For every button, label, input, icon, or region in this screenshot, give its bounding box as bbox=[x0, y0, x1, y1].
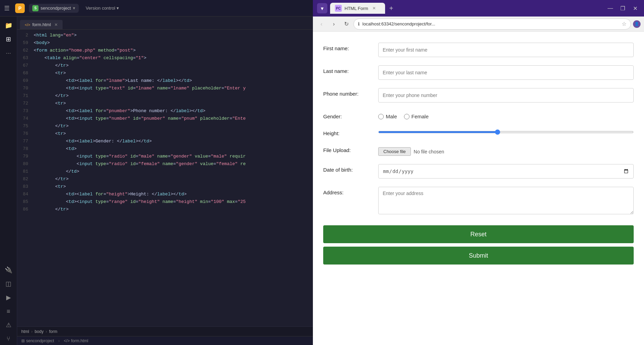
status-project: ⊞ sencondproject bbox=[21, 338, 54, 343]
code-line: 75 </tr> bbox=[17, 123, 313, 131]
url-bookmark-icon[interactable]: ☆ bbox=[622, 21, 626, 27]
address-textarea[interactable] bbox=[378, 187, 634, 214]
last-name-input[interactable] bbox=[378, 65, 634, 80]
code-line: 82 </tr> bbox=[17, 176, 313, 184]
status-filepath: </> form.html bbox=[64, 338, 88, 343]
form-row-height: Height: bbox=[323, 123, 634, 140]
browser-dropdown-btn[interactable]: ▾ bbox=[317, 3, 327, 13]
code-line: 68 <tr> bbox=[17, 70, 313, 78]
browser-tab-close-icon[interactable]: ✕ bbox=[372, 6, 376, 11]
choose-file-btn[interactable]: Choose file bbox=[378, 147, 411, 156]
browser-close-btn[interactable]: ✕ bbox=[630, 3, 640, 13]
sidebar-dots-icon[interactable]: ··· bbox=[2, 47, 15, 59]
form-row-phone: Phone number: bbox=[323, 84, 634, 107]
code-line: 59 <body> bbox=[17, 40, 313, 47]
first-name-input[interactable] bbox=[378, 43, 634, 57]
url-lock-icon: ℹ bbox=[358, 21, 360, 26]
phone-input[interactable] bbox=[378, 88, 634, 103]
address-label: Address: bbox=[323, 187, 378, 195]
code-line: 71 </tr> bbox=[17, 93, 313, 100]
address-input-cell bbox=[378, 187, 634, 216]
sidebar-alert-icon[interactable]: ⚠ bbox=[2, 319, 15, 331]
first-name-input-cell bbox=[378, 43, 634, 57]
sidebar-folder-icon[interactable]: 📁 bbox=[2, 19, 15, 32]
sidebar-run-icon[interactable]: ▶ bbox=[2, 291, 15, 304]
file-upload-label: File Upload: bbox=[323, 144, 378, 153]
submit-button[interactable]: Submit bbox=[323, 247, 634, 265]
height-input-cell bbox=[378, 128, 634, 134]
url-bar[interactable]: ℹ localhost:63342/sencondproject/for... … bbox=[353, 19, 631, 30]
form-row-dob: Date of birth: bbox=[323, 160, 634, 183]
breadcrumb-body[interactable]: body bbox=[35, 329, 44, 334]
sidebar-layers-icon[interactable]: ◫ bbox=[2, 278, 15, 290]
gender-input-cell: Male Female bbox=[378, 111, 634, 119]
breadcrumb-html[interactable]: html bbox=[21, 329, 29, 334]
breadcrumb-form[interactable]: form bbox=[49, 329, 57, 334]
no-file-text: No file chosen bbox=[414, 149, 444, 154]
project-icon: S bbox=[32, 5, 39, 11]
browser-new-tab-btn[interactable]: + bbox=[389, 4, 393, 12]
sidebar-code-icon[interactable]: ⊞ bbox=[2, 33, 15, 45]
form-row-lastname: Last name: bbox=[323, 61, 634, 84]
form-buttons: Reset Submit bbox=[323, 220, 634, 267]
editor-logo: P bbox=[15, 3, 25, 13]
editor-titlebar: ☰ P S sencondproject ▾ Version control ▾ bbox=[0, 0, 313, 17]
code-line: 69 <td><label for="lname">Last name: </l… bbox=[17, 78, 313, 85]
browser-minimize-btn[interactable]: — bbox=[605, 3, 615, 13]
code-line: 77 <td><label>Gender: </label></td> bbox=[17, 138, 313, 146]
form-row-file-upload: File Upload: Choose file No file chosen bbox=[323, 140, 634, 160]
code-area[interactable]: 2 <html lang="en"> 59 <body> 62 <form ac… bbox=[17, 30, 313, 326]
editor-tab-form-html[interactable]: </> form.html ✕ bbox=[20, 20, 63, 29]
editor-inner: 📁 ⊞ ··· 🔌 ◫ ▶ ≡ ⚠ ⑂ </> form.html ✕ bbox=[0, 17, 313, 345]
tab-close-icon[interactable]: ✕ bbox=[54, 22, 58, 27]
browser-panel: ▾ PC HTML Form ✕ + — ❐ ✕ ‹ › ↻ ℹ localho… bbox=[313, 0, 644, 345]
last-name-input-cell bbox=[378, 65, 634, 80]
form-content: First name: Last name: Phone number: Gen… bbox=[313, 32, 644, 345]
code-line: 85 <td><input type="range" id="height" n… bbox=[17, 199, 313, 206]
height-slider[interactable] bbox=[378, 131, 634, 133]
version-control[interactable]: Version control ▾ bbox=[86, 6, 119, 11]
dob-input-cell bbox=[378, 164, 634, 179]
tab-file-icon: </> bbox=[25, 23, 30, 27]
height-label: Height: bbox=[323, 128, 378, 136]
code-line: 84 <td><label for="height">Height: </lab… bbox=[17, 191, 313, 199]
phone-label: Phone number: bbox=[323, 88, 378, 97]
radio-group: Male Female bbox=[378, 111, 634, 119]
browser-back-btn[interactable]: ‹ bbox=[316, 19, 327, 29]
editor-breadcrumb: html › body › form bbox=[17, 326, 313, 336]
reset-button[interactable]: Reset bbox=[323, 225, 634, 243]
editor-panel: ☰ P S sencondproject ▾ Version control ▾… bbox=[0, 0, 313, 345]
sidebar-git-icon[interactable]: ⑂ bbox=[2, 333, 15, 345]
form-row-address: Address: bbox=[323, 183, 634, 220]
browser-forward-btn[interactable]: › bbox=[329, 19, 339, 29]
browser-navbar: ‹ › ↻ ℹ localhost:63342/sencondproject/f… bbox=[313, 17, 644, 32]
code-line: 79 <input type="radio" id="male" name="g… bbox=[17, 153, 313, 161]
code-line: 86 </tr> bbox=[17, 206, 313, 214]
code-line: 83 <tr> bbox=[17, 184, 313, 191]
left-sidebar: 📁 ⊞ ··· 🔌 ◫ ▶ ≡ ⚠ ⑂ bbox=[0, 17, 17, 345]
browser-refresh-btn[interactable]: ↻ bbox=[341, 19, 351, 29]
form-row-gender: Gender: Male Female bbox=[323, 107, 634, 123]
browser-account-icon[interactable]: 👤 bbox=[633, 20, 641, 28]
code-line: 2 <html lang="en"> bbox=[17, 32, 313, 40]
last-name-label: Last name: bbox=[323, 65, 378, 74]
browser-chrome: ▾ PC HTML Form ✕ + — ❐ ✕ ‹ › ↻ ℹ localho… bbox=[313, 0, 644, 32]
project-selector[interactable]: S sencondproject ▾ bbox=[29, 4, 79, 13]
gender-label: Gender: bbox=[323, 111, 378, 119]
first-name-label: First name: bbox=[323, 43, 378, 51]
code-line: 76 <tr> bbox=[17, 131, 313, 138]
file-upload-cell: Choose file No file chosen bbox=[378, 144, 634, 156]
hamburger-icon[interactable]: ☰ bbox=[4, 4, 10, 12]
browser-tab[interactable]: PC HTML Form ✕ bbox=[330, 3, 385, 14]
code-line: 67 </tr> bbox=[17, 63, 313, 70]
sidebar-plugin-icon[interactable]: 🔌 bbox=[2, 264, 15, 276]
radio-female-input[interactable] bbox=[404, 114, 410, 119]
radio-female-label: Female bbox=[404, 114, 429, 119]
sidebar-list-icon[interactable]: ≡ bbox=[2, 305, 15, 317]
radio-male-input[interactable] bbox=[378, 114, 384, 119]
browser-topbar: ▾ PC HTML Form ✕ + — ❐ ✕ bbox=[313, 0, 644, 17]
dob-input[interactable] bbox=[378, 164, 634, 179]
code-line: 70 <td><input type="text" id="lname" nam… bbox=[17, 85, 313, 93]
form-row-firstname: First name: bbox=[323, 39, 634, 61]
browser-restore-btn[interactable]: ❐ bbox=[618, 3, 627, 13]
